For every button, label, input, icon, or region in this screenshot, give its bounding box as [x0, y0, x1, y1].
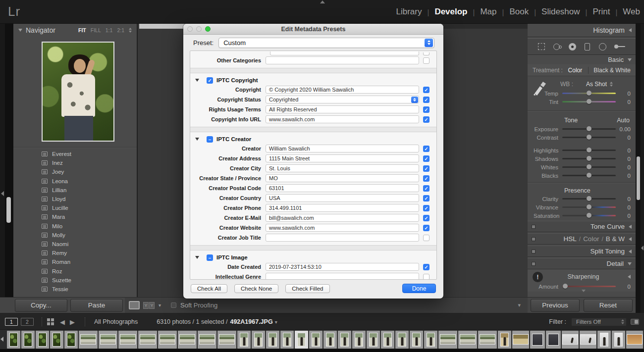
disclosure-triangle-icon[interactable]: [195, 138, 199, 141]
filmstrip-thumbnail[interactable]: [562, 331, 579, 349]
filmstrip-thumbnail[interactable]: [367, 331, 380, 349]
filmstrip-thumbnail[interactable]: [580, 331, 596, 349]
collection-item[interactable]: Leona: [13, 177, 137, 186]
whites-slider-track[interactable]: [562, 166, 616, 168]
filmstrip-thumbnail[interactable]: [597, 331, 611, 349]
filmstrip-thumbnail[interactable]: [266, 331, 279, 349]
filmstrip-thumbnail[interactable]: [612, 331, 625, 349]
collapse-top-panel-icon[interactable]: [320, 0, 325, 3]
exposure-slider-track[interactable]: [562, 128, 616, 130]
field-checkbox[interactable]: [423, 274, 429, 280]
filmstrip-thumbnail[interactable]: [198, 331, 216, 349]
hsl-title[interactable]: HSL: [564, 235, 577, 243]
field-input[interactable]: [266, 234, 419, 242]
graduated-filter-tool-icon[interactable]: [585, 43, 590, 50]
section-header[interactable]: –IPTC Image: [190, 253, 436, 262]
field-checkbox[interactable]: ✓: [423, 165, 429, 172]
field-checkbox[interactable]: ✓: [423, 195, 429, 201]
temp-slider-track[interactable]: [562, 93, 616, 94]
collection-item[interactable]: Roz: [13, 266, 137, 275]
field-checkbox[interactable]: ✓: [423, 87, 429, 93]
module-tab-develop[interactable]: Develop: [433, 7, 468, 17]
filmstrip-thumbnail[interactable]: [7, 331, 20, 349]
tint-slider-track[interactable]: [562, 101, 616, 102]
field-checkbox[interactable]: ✓: [423, 185, 429, 192]
field-input[interactable]: www.sawalich.com: [266, 115, 419, 123]
histogram-header[interactable]: Histogram: [528, 24, 636, 37]
field-input[interactable]: William Sawalich: [266, 145, 419, 152]
filmstrip-thumbnail[interactable]: [21, 331, 35, 349]
panel-toggle-icon[interactable]: [532, 250, 536, 253]
adjustment-brush-tool-icon[interactable]: [617, 46, 625, 47]
collection-item[interactable]: Mara: [13, 212, 137, 221]
field-input[interactable]: 314.499.1101: [266, 204, 419, 212]
panel-toggle-icon[interactable]: [532, 237, 536, 241]
hsl-panel-header[interactable]: HSL / Color / B & W: [528, 233, 636, 245]
collection-item[interactable]: Everest: [13, 150, 137, 158]
module-tab-library[interactable]: Library: [395, 7, 423, 17]
filmstrip-thumbnail[interactable]: [626, 331, 643, 349]
section-header[interactable]: ✓IPTC Copyright: [190, 76, 436, 85]
before-after-view-icon[interactable]: Y Y: [143, 302, 155, 309]
slider-thumb[interactable]: [587, 135, 591, 140]
collection-item[interactable]: Inez: [13, 158, 137, 167]
crop-tool-icon[interactable]: [538, 43, 545, 50]
module-tab-book[interactable]: Book: [508, 7, 530, 17]
section-header[interactable]: –IPTC Creator: [190, 135, 436, 144]
filmstrip-thumbnail[interactable]: [395, 331, 409, 349]
copy-button[interactable]: Copy...: [15, 299, 67, 312]
vibrance-slider-track[interactable]: [562, 206, 616, 208]
dialog-titlebar[interactable]: Edit Metadata Presets: [183, 24, 443, 35]
loupe-view-icon[interactable]: [129, 301, 140, 309]
field-input[interactable]: 2019-07-23T14:53:10: [266, 263, 419, 271]
module-tab-map[interactable]: Map: [479, 7, 497, 17]
field-checkbox[interactable]: ✓: [423, 264, 429, 270]
collection-item[interactable]: Lillian: [13, 186, 137, 195]
slider-thumb[interactable]: [587, 196, 591, 201]
filmstrip-thumbnail[interactable]: [237, 331, 251, 349]
field-input[interactable]: USA: [266, 194, 419, 202]
slider-thumb[interactable]: [587, 213, 591, 218]
field-input[interactable]: 1115 Main Street: [266, 154, 419, 162]
field-checkbox[interactable]: ✓: [423, 175, 429, 182]
red-eye-tool-icon[interactable]: [569, 43, 576, 50]
done-button[interactable]: Done: [402, 284, 436, 293]
wb-value[interactable]: As Shot: [586, 81, 607, 88]
slider-thumb[interactable]: [587, 126, 591, 131]
collection-item[interactable]: Molly: [13, 231, 137, 240]
filmstrip-thumbnail[interactable]: [546, 331, 561, 349]
left-panel-collapse-rail[interactable]: [0, 24, 5, 313]
field-input[interactable]: [266, 56, 419, 64]
close-window-icon[interactable]: [187, 26, 193, 32]
field-input[interactable]: © Copyright 2020 William Sawalich: [266, 86, 419, 94]
field-input[interactable]: bill@sawalich.com: [266, 214, 419, 222]
contrast-slider-track[interactable]: [562, 137, 616, 138]
highlights-slider-track[interactable]: [562, 150, 616, 151]
right-scrollbar[interactable]: [637, 156, 640, 200]
field-select[interactable]: Copyrighted: [266, 96, 419, 103]
field-input[interactable]: MO: [266, 174, 419, 182]
paste-button[interactable]: Paste: [70, 299, 123, 312]
filmstrip-thumbnail[interactable]: [280, 331, 294, 349]
left-scrollbar[interactable]: [6, 197, 11, 223]
field-checkbox[interactable]: ✓: [423, 205, 429, 211]
field-checkbox[interactable]: ✓: [423, 146, 429, 152]
filmstrip-thumbnail[interactable]: [79, 331, 98, 349]
check-all-button[interactable]: Check All: [191, 284, 227, 293]
filmstrip-thumbnail[interactable]: [352, 331, 366, 349]
zoom-2-1[interactable]: 2:1: [117, 27, 124, 33]
slider-thumb[interactable]: [587, 148, 591, 152]
filmstrip-thumbnail[interactable]: [178, 331, 197, 349]
field-input[interactable]: www.sawalich.com: [266, 224, 419, 232]
module-tab-web[interactable]: Web: [622, 7, 641, 17]
slider-thumb[interactable]: [587, 91, 591, 96]
filmstrip-thumbnail[interactable]: [158, 331, 177, 349]
filmstrip-thumbnail-selected[interactable]: [295, 331, 308, 349]
view-options-caret-icon[interactable]: ▾: [159, 302, 161, 308]
field-checkbox[interactable]: ✓: [423, 97, 429, 103]
collection-item[interactable]: Lucille: [13, 203, 137, 212]
slider-thumb[interactable]: [587, 164, 591, 169]
radial-filter-tool-icon[interactable]: [599, 43, 606, 50]
field-input[interactable]: 63101: [266, 184, 419, 192]
filmstrip-thumbnail[interactable]: [478, 331, 497, 349]
